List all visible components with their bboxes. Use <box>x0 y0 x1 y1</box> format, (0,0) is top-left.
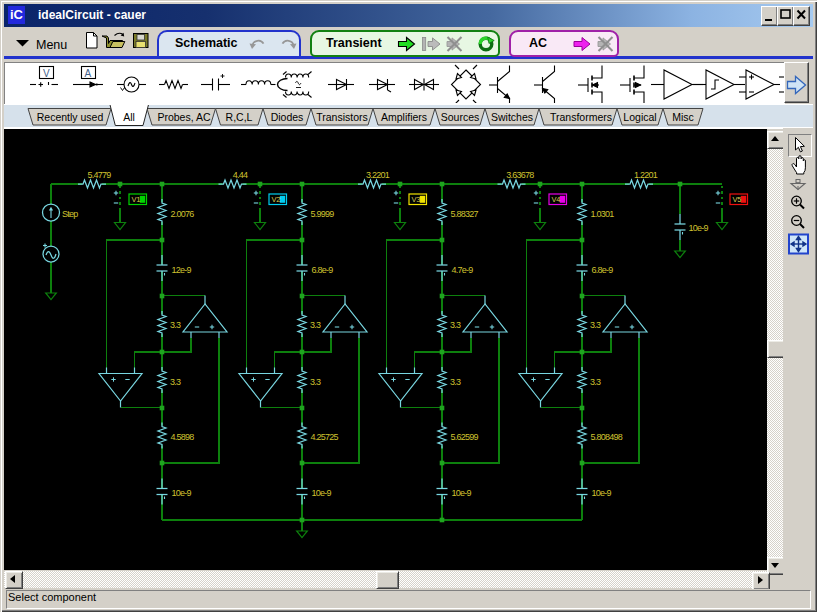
svg-text:4.25725: 4.25725 <box>311 432 339 442</box>
svg-text:V1: V1 <box>132 195 141 204</box>
svg-text:5.4779: 5.4779 <box>87 170 111 180</box>
svg-text:Amplifiers: Amplifiers <box>381 111 427 123</box>
svg-text:Sources: Sources <box>441 111 480 123</box>
svg-text:1.0301: 1.0301 <box>591 209 615 219</box>
svg-text:12e-9: 12e-9 <box>172 265 192 275</box>
svg-text:3.3: 3.3 <box>450 377 461 387</box>
svg-text:5.9999: 5.9999 <box>311 209 335 219</box>
svg-text:3.63678: 3.63678 <box>506 170 534 180</box>
svg-text:4.44: 4.44 <box>233 170 248 180</box>
svg-text:3.3: 3.3 <box>310 377 321 387</box>
svg-text:1.2201: 1.2201 <box>634 170 658 180</box>
svg-text:R,C,L: R,C,L <box>226 111 253 123</box>
svg-text:10e-9: 10e-9 <box>312 488 332 498</box>
svg-text:Diodes: Diodes <box>271 111 304 123</box>
svg-text:V5: V5 <box>733 195 742 204</box>
svg-text:V4: V4 <box>552 195 561 204</box>
svg-text:3.3: 3.3 <box>590 320 601 330</box>
svg-text:Recently used: Recently used <box>37 111 104 123</box>
svg-text:10e-9: 10e-9 <box>689 223 709 233</box>
svg-text:V2: V2 <box>272 195 281 204</box>
svg-text:2.0076: 2.0076 <box>171 209 195 219</box>
svg-text:V3: V3 <box>412 195 421 204</box>
svg-text:3.3: 3.3 <box>310 320 321 330</box>
svg-text:V: V <box>43 68 50 79</box>
svg-text:10e-9: 10e-9 <box>452 488 472 498</box>
svg-text:6.8e-9: 6.8e-9 <box>312 265 334 275</box>
svg-text:5.88327: 5.88327 <box>451 209 479 219</box>
svg-text:10e-9: 10e-9 <box>592 488 612 498</box>
svg-text:Transformers: Transformers <box>550 111 612 123</box>
svg-text:3.3: 3.3 <box>450 320 461 330</box>
svg-text:Switches: Switches <box>491 111 533 123</box>
svg-text:3.3: 3.3 <box>170 320 181 330</box>
svg-text:10e-9: 10e-9 <box>172 488 192 498</box>
svg-text:A: A <box>85 68 92 79</box>
svg-text:3.3: 3.3 <box>170 377 181 387</box>
svg-text:4.5898: 4.5898 <box>171 432 195 442</box>
svg-text:5.808498: 5.808498 <box>591 432 623 442</box>
svg-text:Transistors: Transistors <box>316 111 368 123</box>
svg-text:Misc: Misc <box>672 111 694 123</box>
svg-text:Menu: Menu <box>36 38 67 52</box>
svg-text:5.62599: 5.62599 <box>451 432 479 442</box>
svg-text:Logical: Logical <box>623 111 656 123</box>
svg-text:3.2201: 3.2201 <box>366 170 390 180</box>
svg-text:Step: Step <box>62 209 78 219</box>
svg-text:6.8e-9: 6.8e-9 <box>592 265 614 275</box>
svg-text:3.3: 3.3 <box>590 377 601 387</box>
svg-text:All: All <box>123 111 135 123</box>
svg-text:Probes, AC: Probes, AC <box>157 111 211 123</box>
svg-text:4.7e-9: 4.7e-9 <box>452 265 474 275</box>
